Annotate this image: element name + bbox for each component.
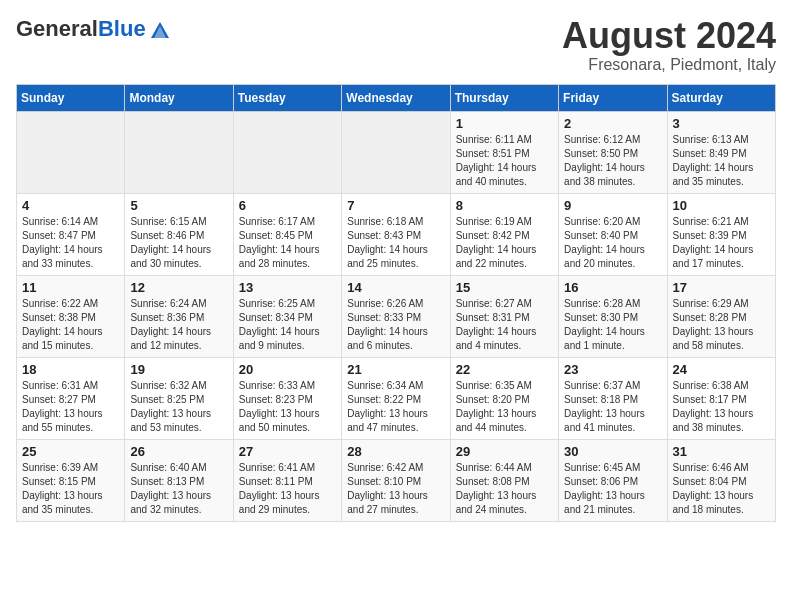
day-info: Sunrise: 6:40 AM Sunset: 8:13 PM Dayligh…	[130, 461, 227, 517]
page-header: GeneralBlue August 2024 Fresonara, Piedm…	[16, 16, 776, 74]
calendar-cell: 4Sunrise: 6:14 AM Sunset: 8:47 PM Daylig…	[17, 193, 125, 275]
calendar-cell: 9Sunrise: 6:20 AM Sunset: 8:40 PM Daylig…	[559, 193, 667, 275]
header-cell-sunday: Sunday	[17, 84, 125, 111]
day-number: 17	[673, 280, 770, 295]
day-number: 28	[347, 444, 444, 459]
logo-icon	[149, 20, 171, 42]
main-title: August 2024	[562, 16, 776, 56]
day-info: Sunrise: 6:14 AM Sunset: 8:47 PM Dayligh…	[22, 215, 119, 271]
day-info: Sunrise: 6:13 AM Sunset: 8:49 PM Dayligh…	[673, 133, 770, 189]
calendar-cell: 14Sunrise: 6:26 AM Sunset: 8:33 PM Dayli…	[342, 275, 450, 357]
day-number: 21	[347, 362, 444, 377]
day-number: 7	[347, 198, 444, 213]
calendar-cell: 19Sunrise: 6:32 AM Sunset: 8:25 PM Dayli…	[125, 357, 233, 439]
calendar-cell: 7Sunrise: 6:18 AM Sunset: 8:43 PM Daylig…	[342, 193, 450, 275]
day-number: 24	[673, 362, 770, 377]
calendar-body: 1Sunrise: 6:11 AM Sunset: 8:51 PM Daylig…	[17, 111, 776, 521]
header-cell-tuesday: Tuesday	[233, 84, 341, 111]
calendar-cell: 1Sunrise: 6:11 AM Sunset: 8:51 PM Daylig…	[450, 111, 558, 193]
calendar-cell: 18Sunrise: 6:31 AM Sunset: 8:27 PM Dayli…	[17, 357, 125, 439]
day-info: Sunrise: 6:24 AM Sunset: 8:36 PM Dayligh…	[130, 297, 227, 353]
calendar-table: SundayMondayTuesdayWednesdayThursdayFrid…	[16, 84, 776, 522]
day-info: Sunrise: 6:26 AM Sunset: 8:33 PM Dayligh…	[347, 297, 444, 353]
day-number: 30	[564, 444, 661, 459]
calendar-cell	[233, 111, 341, 193]
day-number: 12	[130, 280, 227, 295]
calendar-cell	[17, 111, 125, 193]
day-number: 2	[564, 116, 661, 131]
day-number: 8	[456, 198, 553, 213]
day-number: 3	[673, 116, 770, 131]
day-number: 6	[239, 198, 336, 213]
day-number: 26	[130, 444, 227, 459]
calendar-cell: 3Sunrise: 6:13 AM Sunset: 8:49 PM Daylig…	[667, 111, 775, 193]
day-number: 29	[456, 444, 553, 459]
calendar-cell: 30Sunrise: 6:45 AM Sunset: 8:06 PM Dayli…	[559, 439, 667, 521]
calendar-cell: 8Sunrise: 6:19 AM Sunset: 8:42 PM Daylig…	[450, 193, 558, 275]
day-number: 14	[347, 280, 444, 295]
calendar-cell: 17Sunrise: 6:29 AM Sunset: 8:28 PM Dayli…	[667, 275, 775, 357]
day-number: 10	[673, 198, 770, 213]
day-info: Sunrise: 6:34 AM Sunset: 8:22 PM Dayligh…	[347, 379, 444, 435]
header-cell-monday: Monday	[125, 84, 233, 111]
calendar-cell: 23Sunrise: 6:37 AM Sunset: 8:18 PM Dayli…	[559, 357, 667, 439]
calendar-cell	[125, 111, 233, 193]
calendar-cell: 24Sunrise: 6:38 AM Sunset: 8:17 PM Dayli…	[667, 357, 775, 439]
calendar-cell: 16Sunrise: 6:28 AM Sunset: 8:30 PM Dayli…	[559, 275, 667, 357]
day-info: Sunrise: 6:38 AM Sunset: 8:17 PM Dayligh…	[673, 379, 770, 435]
day-number: 15	[456, 280, 553, 295]
calendar-cell: 12Sunrise: 6:24 AM Sunset: 8:36 PM Dayli…	[125, 275, 233, 357]
logo: GeneralBlue	[16, 16, 171, 42]
calendar-cell: 20Sunrise: 6:33 AM Sunset: 8:23 PM Dayli…	[233, 357, 341, 439]
calendar-cell: 15Sunrise: 6:27 AM Sunset: 8:31 PM Dayli…	[450, 275, 558, 357]
calendar-cell: 25Sunrise: 6:39 AM Sunset: 8:15 PM Dayli…	[17, 439, 125, 521]
day-info: Sunrise: 6:31 AM Sunset: 8:27 PM Dayligh…	[22, 379, 119, 435]
day-info: Sunrise: 6:45 AM Sunset: 8:06 PM Dayligh…	[564, 461, 661, 517]
header-cell-wednesday: Wednesday	[342, 84, 450, 111]
calendar-cell	[342, 111, 450, 193]
day-number: 9	[564, 198, 661, 213]
subtitle: Fresonara, Piedmont, Italy	[562, 56, 776, 74]
day-number: 16	[564, 280, 661, 295]
day-info: Sunrise: 6:18 AM Sunset: 8:43 PM Dayligh…	[347, 215, 444, 271]
calendar-cell: 27Sunrise: 6:41 AM Sunset: 8:11 PM Dayli…	[233, 439, 341, 521]
day-info: Sunrise: 6:22 AM Sunset: 8:38 PM Dayligh…	[22, 297, 119, 353]
calendar-cell: 2Sunrise: 6:12 AM Sunset: 8:50 PM Daylig…	[559, 111, 667, 193]
day-info: Sunrise: 6:33 AM Sunset: 8:23 PM Dayligh…	[239, 379, 336, 435]
calendar-cell: 5Sunrise: 6:15 AM Sunset: 8:46 PM Daylig…	[125, 193, 233, 275]
day-info: Sunrise: 6:41 AM Sunset: 8:11 PM Dayligh…	[239, 461, 336, 517]
day-number: 27	[239, 444, 336, 459]
calendar-week-3: 11Sunrise: 6:22 AM Sunset: 8:38 PM Dayli…	[17, 275, 776, 357]
title-block: August 2024 Fresonara, Piedmont, Italy	[562, 16, 776, 74]
day-info: Sunrise: 6:32 AM Sunset: 8:25 PM Dayligh…	[130, 379, 227, 435]
day-info: Sunrise: 6:42 AM Sunset: 8:10 PM Dayligh…	[347, 461, 444, 517]
calendar-cell: 22Sunrise: 6:35 AM Sunset: 8:20 PM Dayli…	[450, 357, 558, 439]
header-cell-friday: Friday	[559, 84, 667, 111]
logo-general: GeneralBlue	[16, 16, 146, 42]
calendar-week-4: 18Sunrise: 6:31 AM Sunset: 8:27 PM Dayli…	[17, 357, 776, 439]
day-info: Sunrise: 6:11 AM Sunset: 8:51 PM Dayligh…	[456, 133, 553, 189]
day-info: Sunrise: 6:19 AM Sunset: 8:42 PM Dayligh…	[456, 215, 553, 271]
day-info: Sunrise: 6:12 AM Sunset: 8:50 PM Dayligh…	[564, 133, 661, 189]
day-number: 22	[456, 362, 553, 377]
day-number: 5	[130, 198, 227, 213]
day-number: 23	[564, 362, 661, 377]
calendar-cell: 11Sunrise: 6:22 AM Sunset: 8:38 PM Dayli…	[17, 275, 125, 357]
header-cell-thursday: Thursday	[450, 84, 558, 111]
day-info: Sunrise: 6:39 AM Sunset: 8:15 PM Dayligh…	[22, 461, 119, 517]
day-info: Sunrise: 6:28 AM Sunset: 8:30 PM Dayligh…	[564, 297, 661, 353]
day-number: 20	[239, 362, 336, 377]
calendar-cell: 13Sunrise: 6:25 AM Sunset: 8:34 PM Dayli…	[233, 275, 341, 357]
calendar-cell: 10Sunrise: 6:21 AM Sunset: 8:39 PM Dayli…	[667, 193, 775, 275]
day-info: Sunrise: 6:21 AM Sunset: 8:39 PM Dayligh…	[673, 215, 770, 271]
calendar-week-2: 4Sunrise: 6:14 AM Sunset: 8:47 PM Daylig…	[17, 193, 776, 275]
day-info: Sunrise: 6:29 AM Sunset: 8:28 PM Dayligh…	[673, 297, 770, 353]
calendar-cell: 28Sunrise: 6:42 AM Sunset: 8:10 PM Dayli…	[342, 439, 450, 521]
day-info: Sunrise: 6:46 AM Sunset: 8:04 PM Dayligh…	[673, 461, 770, 517]
day-number: 31	[673, 444, 770, 459]
calendar-cell: 6Sunrise: 6:17 AM Sunset: 8:45 PM Daylig…	[233, 193, 341, 275]
calendar-week-5: 25Sunrise: 6:39 AM Sunset: 8:15 PM Dayli…	[17, 439, 776, 521]
calendar-header: SundayMondayTuesdayWednesdayThursdayFrid…	[17, 84, 776, 111]
day-number: 18	[22, 362, 119, 377]
calendar-cell: 21Sunrise: 6:34 AM Sunset: 8:22 PM Dayli…	[342, 357, 450, 439]
